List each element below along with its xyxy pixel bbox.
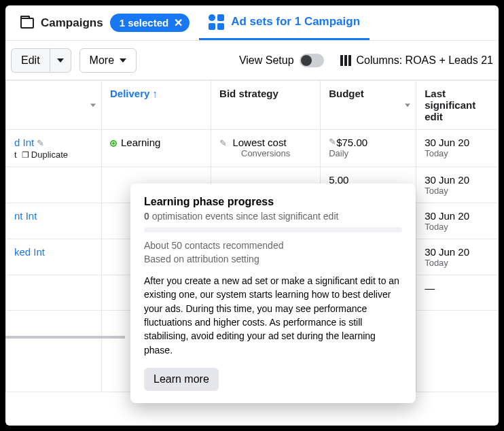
tooltip-title: Learning phase progress (144, 196, 402, 208)
sort-ascending-icon: ↑ (153, 88, 158, 99)
tab-adsets-label: Ad sets for 1 Campaign (231, 15, 360, 29)
delivery-status: Learning (121, 137, 160, 148)
edit-split-button: Edit (11, 48, 71, 73)
adset-name[interactable]: ked Int (14, 246, 45, 258)
status-dot-icon (110, 140, 117, 147)
edit-date-relative: Today (425, 148, 490, 158)
bid-sub: Conversions (219, 148, 312, 158)
adset-name[interactable]: nt Int (14, 210, 37, 222)
view-setup-toggle[interactable] (300, 54, 324, 67)
chevron-down-icon (120, 58, 126, 63)
more-button[interactable]: More (79, 48, 137, 73)
tab-campaigns[interactable]: Campaigns 1 selected ✕ (11, 5, 199, 40)
main-tabs: Campaigns 1 selected ✕ Ad sets for 1 Cam… (5, 5, 499, 41)
folder-icon (20, 18, 34, 29)
edit-date: 30 Jun 20 (425, 174, 469, 186)
view-setup-label: View Setup (239, 54, 294, 67)
columns-selector[interactable]: Columns: ROAS + Leads 21 (340, 54, 493, 67)
edit-dropdown-button[interactable] (50, 48, 71, 73)
table-row[interactable]: d Int ✎t ❐Duplicate Learning ✎ Lowest co… (6, 130, 499, 167)
bid-strategy: Lowest cost (232, 137, 286, 148)
tab-campaigns-label: Campaigns (41, 16, 103, 30)
edit-date: 30 Jun 20 (425, 246, 469, 258)
learn-more-button[interactable]: Learn more (144, 368, 219, 391)
pencil-icon[interactable]: ✎ (219, 138, 227, 148)
edit-date: 30 Jun 20 (425, 210, 469, 222)
tab-adsets[interactable]: Ad sets for 1 Campaign (199, 5, 370, 40)
progress-bar (144, 227, 402, 232)
duplicate-icon: ❐ (22, 150, 29, 160)
edit-date: — (425, 282, 435, 294)
scrollbar-horizontal[interactable] (5, 336, 125, 339)
adsets-icon (209, 14, 224, 30)
pencil-icon[interactable]: ✎ (329, 137, 336, 147)
selected-chip[interactable]: 1 selected ✕ (110, 14, 190, 32)
adset-name[interactable]: d Int (14, 137, 34, 148)
chevron-down-icon (57, 58, 64, 63)
chip-text: 1 selected (120, 17, 169, 29)
chevron-down-icon (90, 103, 96, 107)
edit-button[interactable]: Edit (11, 48, 50, 73)
chevron-down-icon (405, 103, 410, 107)
columns-label: Columns: ROAS + Leads 21 (357, 54, 493, 67)
toolbar: Edit More View Setup Columns: ROAS + Lea… (5, 41, 499, 80)
edit-date-relative: Today (425, 258, 490, 268)
header-delivery[interactable]: Delivery ↑ (101, 81, 211, 130)
tooltip-body: After you create a new ad set or make a … (144, 274, 402, 357)
header-bid-strategy[interactable]: Bid strategy (211, 81, 321, 130)
edit-date-relative: Today (425, 222, 490, 232)
columns-icon (340, 55, 351, 66)
header-name[interactable] (6, 81, 102, 130)
tooltip-events: 0 optimisation events since last signifi… (144, 211, 402, 222)
budget-value: $75.00 (336, 137, 367, 148)
header-last-edit[interactable]: Last significant edit (416, 81, 499, 130)
tooltip-notes: About 50 contacts recommended Based on a… (144, 239, 402, 266)
view-setup: View Setup (239, 54, 324, 67)
budget-frequency: Daily (329, 148, 408, 158)
learning-tooltip: Learning phase progress 0 optimisation e… (130, 184, 416, 403)
edit-date-relative: Today (425, 186, 490, 196)
header-budget[interactable]: Budget (321, 81, 416, 130)
close-icon[interactable]: ✕ (174, 18, 183, 29)
duplicate-action[interactable]: t ❐Duplicate (14, 150, 93, 160)
pencil-icon[interactable]: ✎ (37, 138, 44, 148)
edit-date: 30 Jun 20 (425, 137, 469, 148)
more-label: More (90, 54, 114, 67)
